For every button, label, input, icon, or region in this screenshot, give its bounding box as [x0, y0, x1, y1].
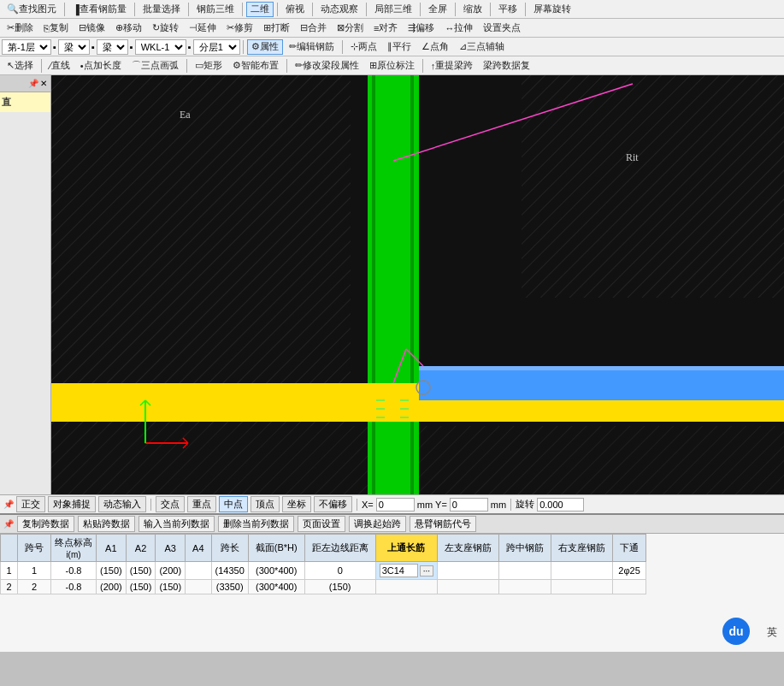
find-element-btn[interactable]: 🔍 查找图元 [3, 2, 61, 17]
add-length-btn[interactable]: • 点加长度 [76, 58, 126, 74]
data-table-container[interactable]: 跨号 终点标高 i(m) A1 A2 A3 [0, 534, 784, 653]
left-panel-active-item[interactable]: 直 [0, 92, 50, 112]
modify-btn[interactable]: ✂ 修剪 [222, 21, 257, 36]
y-input[interactable] [450, 498, 488, 512]
col-a4: A4 [186, 535, 211, 562]
pin-statusbar-icon[interactable]: 📌 [3, 500, 14, 509]
sep10 [490, 3, 491, 16]
suspend-rebar-id-btn[interactable]: 悬臂钢筋代号 [410, 516, 476, 532]
left-side-panel: 📌 ✕ 直 [0, 75, 51, 494]
original-mark-btn[interactable]: ⊞ 原位标注 [365, 58, 419, 74]
2d-btn[interactable]: 二维 [246, 2, 274, 17]
sep-s3 [510, 499, 511, 511]
paste-span-data-btn[interactable]: 粘贴跨数据 [78, 516, 135, 532]
rotate-btn[interactable]: ↻ 旋转 [148, 21, 183, 36]
edit-rebar-btn[interactable]: ✏ 编辑钢筋 [285, 39, 339, 55]
no-bias-btn[interactable]: 不偏移 [314, 496, 352, 512]
input-current-col-btn[interactable]: 输入当前列数据 [139, 516, 215, 532]
data-panel: 📌 复制跨数据 粘贴跨数据 输入当前列数据 删除当前列数据 页面设置 调换起始跨… [0, 513, 784, 652]
delete-current-col-btn[interactable]: 删除当前列数据 [218, 516, 294, 532]
extend-btn[interactable]: ⊣ 延伸 [185, 21, 221, 36]
sep3 [188, 3, 189, 16]
x-input[interactable] [376, 498, 415, 512]
batch-select-btn[interactable]: 批量选择 [139, 2, 185, 17]
offset-btn[interactable]: ⇶ 偏移 [404, 21, 439, 36]
property-btn[interactable]: ⚙ 属性 [247, 39, 283, 55]
vertex-btn[interactable]: 顶点 [251, 496, 280, 512]
parallel-btn[interactable]: ∥ 平行 [383, 39, 416, 55]
intersection-btn[interactable]: 交点 [156, 496, 185, 512]
merge-btn[interactable]: ⊟ 合并 [296, 21, 331, 36]
mirror-btn[interactable]: ⊟ 镜像 [74, 21, 109, 36]
row2-a2: (150) [126, 580, 156, 594]
beam-sep: ▪ [186, 42, 193, 52]
row1-spanno: 1 [18, 562, 51, 580]
col-bottom-rebar: 下通 [613, 535, 646, 562]
copy-btn[interactable]: ⎘ 复制 [39, 21, 73, 36]
dynamic-view-btn[interactable]: 动态观察 [316, 2, 363, 17]
svg-rect-14 [419, 426, 784, 494]
midpoint-btn[interactable]: 中点 [219, 496, 248, 512]
two-points-btn[interactable]: ⊹ 两点 [346, 39, 381, 55]
line-btn[interactable]: ∕ 直线 [45, 58, 74, 74]
adjust-span-order-btn[interactable]: 调换起始跨 [349, 516, 406, 532]
zoom-btn[interactable]: 缩放 [459, 2, 486, 17]
rectangle-btn[interactable]: ▭ 矩形 [191, 58, 227, 74]
modify-section-btn[interactable]: ✏ 修改梁段属性 [291, 58, 363, 74]
explode-btn[interactable]: ⊞ 打断 [259, 21, 294, 36]
lang-btn[interactable]: 英 [767, 625, 777, 640]
smart-layout-btn[interactable]: ⚙ 智能布置 [228, 58, 283, 74]
table-row[interactable]: 2 2 -0.8 (200) (150) (150) (3350) (300*4… [1, 580, 646, 594]
page-settings-btn[interactable]: 页面设置 [298, 516, 345, 532]
layer-select[interactable]: 第-1层 [2, 39, 51, 55]
coordinate-btn[interactable]: 坐标 [282, 496, 311, 512]
point-angle-btn[interactable]: ∠ 点角 [417, 39, 453, 55]
sep-t3 [243, 40, 244, 54]
dynamic-input-btn[interactable]: 动态输入 [98, 496, 146, 512]
row2-span-length: (3350) [211, 580, 248, 594]
rotate-input[interactable] [537, 498, 584, 512]
rebar-value-input[interactable] [380, 564, 418, 577]
canvas-area[interactable]: Rit Ea [51, 75, 784, 494]
span-data-reset-btn[interactable]: 梁跨数据复 [479, 58, 534, 74]
pan-btn[interactable]: 平移 [494, 2, 522, 17]
svg-text:Rit: Rit [626, 151, 639, 163]
svg-rect-7 [410, 75, 414, 494]
col-right-support-rebar: 右支座钢筋 [551, 535, 613, 562]
screen-rotate-btn[interactable]: 屏幕旋转 [529, 2, 575, 17]
split-btn[interactable]: ⊠ 分割 [333, 21, 368, 36]
pin-icon[interactable]: 📌 [28, 79, 38, 88]
element-type-select[interactable]: 梁 [58, 39, 90, 55]
copy-span-data-btn[interactable]: 复制跨数据 [17, 516, 74, 532]
beam-name-select[interactable]: WKL-1 [135, 39, 186, 55]
fullscreen-btn[interactable]: 全屏 [424, 2, 451, 17]
local-3d-btn[interactable]: 局部三维 [370, 2, 416, 17]
set-vertex-btn[interactable]: 设置夹点 [479, 21, 525, 36]
col-a3: A3 [156, 535, 186, 562]
sublayer-select[interactable]: 分层1 [193, 39, 240, 55]
normal-cross-btn[interactable]: 正交 [16, 496, 45, 512]
select-btn[interactable]: ↖ 选择 [3, 58, 38, 74]
bird-view-btn[interactable]: 俯视 [281, 2, 309, 17]
key-point-btn[interactable]: 重点 [187, 496, 216, 512]
three-point-arc-btn[interactable]: ⌒ 三点画弧 [127, 58, 183, 74]
align-btn[interactable]: ≡ 对齐 [369, 21, 402, 36]
data-panel-pin-icon[interactable]: 📌 [3, 519, 14, 529]
col-rowno [1, 535, 18, 562]
row1-top-through-rebar[interactable]: ··· [375, 562, 437, 580]
rebar-more-btn[interactable]: ··· [420, 565, 433, 577]
stretch-btn[interactable]: ↔ 拉伸 [440, 21, 477, 36]
sep-s2 [357, 499, 357, 511]
close-side-icon[interactable]: ✕ [40, 79, 47, 88]
element-name-sep: ▪ [128, 42, 135, 52]
three-point-axis-btn[interactable]: ⊿ 三点辅轴 [455, 39, 509, 55]
snap-object-btn[interactable]: 对象捕捉 [48, 496, 96, 512]
re-elevate-span-btn[interactable]: ↑ 重提梁跨 [427, 58, 478, 74]
delete-btn[interactable]: ✂ 删除 [3, 21, 38, 36]
rebar-input-cell: ··· [380, 564, 433, 577]
view-rebar-btn[interactable]: ▐ 查看钢筋量 [68, 2, 131, 17]
rebar-3d-btn[interactable]: 钢筋三维 [192, 2, 239, 17]
table-row[interactable]: 1 1 -0.8 (150) (150) (200) (14350 (300*4… [1, 562, 646, 580]
element-name-select[interactable]: 梁 [97, 39, 128, 55]
move-btn[interactable]: ⊕ 移动 [111, 21, 146, 36]
